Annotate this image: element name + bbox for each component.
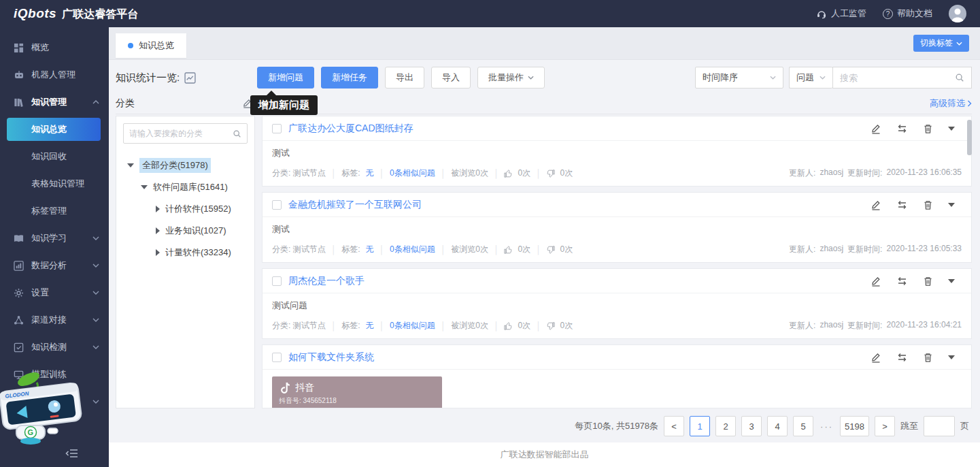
item-similar-link[interactable]: 0条相似问题 bbox=[390, 167, 435, 179]
caret-expanded-icon[interactable] bbox=[127, 163, 134, 167]
trash-icon[interactable] bbox=[923, 123, 933, 134]
page-button-2[interactable]: 2 bbox=[715, 416, 736, 436]
sidebar-subitem-knowledge-overview[interactable]: 知识总览 bbox=[7, 118, 101, 141]
page-button-3[interactable]: 3 bbox=[741, 416, 762, 436]
item-checkbox[interactable] bbox=[272, 353, 282, 362]
tree-node-label: 软件问题库(51641) bbox=[153, 181, 228, 193]
search-icon[interactable] bbox=[955, 73, 964, 82]
page-button-5[interactable]: 5 bbox=[793, 416, 813, 436]
prev-page-button[interactable]: < bbox=[664, 416, 684, 436]
category-search-input[interactable] bbox=[129, 129, 230, 138]
edit-icon[interactable] bbox=[871, 123, 881, 134]
export-button[interactable]: 导出 bbox=[385, 67, 424, 88]
sidebar-item-channel-integration[interactable]: 渠道对接 bbox=[0, 306, 109, 334]
item-tag-link[interactable]: 无 bbox=[366, 244, 374, 255]
edit-icon[interactable] bbox=[871, 199, 881, 210]
sidebar-item-knowledge-learning[interactable]: 知识学习 bbox=[0, 225, 109, 252]
caret-expanded-icon[interactable] bbox=[141, 185, 148, 189]
next-page-button[interactable]: > bbox=[875, 416, 895, 436]
tree-node-software-issues[interactable]: 软件问题库(51641) bbox=[123, 176, 248, 198]
transfer-icon[interactable] bbox=[896, 352, 908, 363]
transfer-icon[interactable] bbox=[896, 123, 908, 134]
search-icon[interactable] bbox=[233, 129, 241, 138]
expand-caret-icon[interactable] bbox=[948, 127, 955, 131]
item-updater: zhaosj bbox=[820, 244, 843, 255]
thumbs-up-icon[interactable] bbox=[504, 170, 512, 178]
batch-operations-label: 批量操作 bbox=[488, 71, 524, 84]
jump-page-input[interactable] bbox=[924, 416, 955, 436]
item-checkbox[interactable] bbox=[272, 124, 282, 133]
item-checkbox[interactable] bbox=[272, 200, 282, 210]
sidebar-item-overview[interactable]: 概览 bbox=[0, 34, 109, 61]
caret-collapsed-icon[interactable] bbox=[156, 206, 160, 212]
batch-operations-button[interactable]: 批量操作 bbox=[477, 67, 545, 88]
edit-icon[interactable] bbox=[871, 276, 881, 287]
item-tag-link[interactable]: 无 bbox=[366, 167, 374, 179]
sidebar-subitem-table-knowledge[interactable]: 表格知识管理 bbox=[0, 170, 109, 197]
manual-supervision-link[interactable]: 人工监管 bbox=[816, 7, 866, 20]
gear-icon bbox=[14, 288, 24, 298]
page-button-4[interactable]: 4 bbox=[767, 416, 788, 436]
help-docs-link[interactable]: ? 帮助文档 bbox=[883, 7, 932, 20]
thumbs-down-icon[interactable] bbox=[547, 170, 555, 178]
transfer-icon[interactable] bbox=[896, 199, 908, 210]
transfer-icon[interactable] bbox=[896, 276, 908, 287]
sidebar-subitem-knowledge-recycle[interactable]: 知识回收 bbox=[0, 143, 109, 170]
tree-node-pricing-software[interactable]: 计价软件(15952) bbox=[123, 198, 248, 220]
thumbs-down-icon[interactable] bbox=[547, 322, 555, 330]
sidebar-item-personnel-management[interactable]: 人员管理 bbox=[0, 388, 109, 415]
expand-caret-icon[interactable] bbox=[948, 279, 955, 283]
sidebar-item-data-analysis[interactable]: 数据分析 bbox=[0, 252, 109, 279]
sidebar-item-settings[interactable]: 设置 bbox=[0, 279, 109, 306]
avatar[interactable] bbox=[949, 5, 966, 22]
item-title-link[interactable]: 如何下载文件夹系统 bbox=[288, 351, 374, 364]
list-scrollbar-thumb[interactable] bbox=[967, 120, 972, 155]
tree-node-business-knowledge[interactable]: 业务知识(1027) bbox=[123, 220, 248, 242]
caret-collapsed-icon[interactable] bbox=[156, 227, 160, 234]
douyin-thumbnail[interactable]: 抖音 抖音号: 345652118 bbox=[272, 376, 442, 408]
collapse-sidebar-icon[interactable] bbox=[65, 448, 79, 459]
item-tag-link[interactable]: 无 bbox=[366, 320, 374, 332]
add-question-button[interactable]: 新增问题 bbox=[257, 67, 314, 88]
thumbs-down-icon[interactable] bbox=[547, 246, 555, 254]
tab-knowledge-overview[interactable]: 知识总览 bbox=[116, 33, 186, 58]
item-similar-link[interactable]: 0条相似问题 bbox=[390, 320, 435, 332]
footer: 广联达数据智能部出品 bbox=[109, 442, 980, 467]
page-button-1[interactable]: 1 bbox=[690, 416, 710, 436]
add-task-button[interactable]: 新增任务 bbox=[321, 67, 378, 88]
item-similar-link[interactable]: 0条相似问题 bbox=[390, 244, 435, 255]
sort-order-select[interactable]: 时间降序 bbox=[695, 67, 783, 88]
item-title-link[interactable]: 金融危机摧毁了一个互联网公司 bbox=[288, 199, 422, 211]
advanced-filter-link[interactable]: 高级筛选 bbox=[262, 93, 972, 114]
caret-collapsed-icon[interactable] bbox=[156, 249, 160, 256]
tree-node-measurement-software[interactable]: 计量软件(33234) bbox=[123, 242, 248, 263]
expand-caret-icon[interactable] bbox=[948, 355, 955, 359]
books-icon bbox=[14, 97, 24, 108]
sidebar-subitem-label: 知识回收 bbox=[31, 150, 67, 163]
main: 知识总览 切换标签 知识统计一览: 新增问题 新增任务 导出 导入 bbox=[109, 27, 980, 467]
item-updater: zhaosj bbox=[820, 167, 843, 179]
tree-node-all[interactable]: 全部分类(51978) bbox=[123, 155, 248, 176]
item-actions bbox=[871, 352, 962, 363]
sidebar-item-knowledge-management[interactable]: 知识管理 bbox=[0, 88, 109, 116]
item-title-link[interactable]: 广联达办公大厦CAD图纸封存 bbox=[288, 123, 413, 135]
item-checkbox[interactable] bbox=[272, 276, 282, 286]
switch-tags-button[interactable]: 切换标签 bbox=[913, 35, 969, 52]
trash-icon[interactable] bbox=[923, 199, 933, 210]
trash-icon[interactable] bbox=[923, 352, 933, 363]
trash-icon[interactable] bbox=[923, 276, 933, 287]
sidebar-item-robot-management[interactable]: 机器人管理 bbox=[0, 61, 109, 88]
edit-icon[interactable] bbox=[871, 352, 881, 363]
search-field-select[interactable]: 问题 bbox=[789, 67, 832, 88]
import-button[interactable]: 导入 bbox=[431, 67, 471, 88]
sidebar-item-knowledge-testing[interactable]: 知识检测 bbox=[0, 334, 109, 361]
thumbs-up-icon[interactable] bbox=[504, 246, 512, 254]
line-chart-icon[interactable] bbox=[184, 72, 196, 84]
page-button-last[interactable]: 5198 bbox=[840, 416, 869, 436]
search-input[interactable] bbox=[840, 73, 951, 83]
sidebar-subitem-tag-management[interactable]: 标签管理 bbox=[0, 197, 109, 225]
sidebar-item-model-training[interactable]: 模型训练 bbox=[0, 361, 109, 388]
expand-caret-icon[interactable] bbox=[948, 203, 955, 207]
item-title-link[interactable]: 周杰伦是一个歌手 bbox=[288, 275, 365, 287]
thumbs-up-icon[interactable] bbox=[504, 322, 512, 330]
